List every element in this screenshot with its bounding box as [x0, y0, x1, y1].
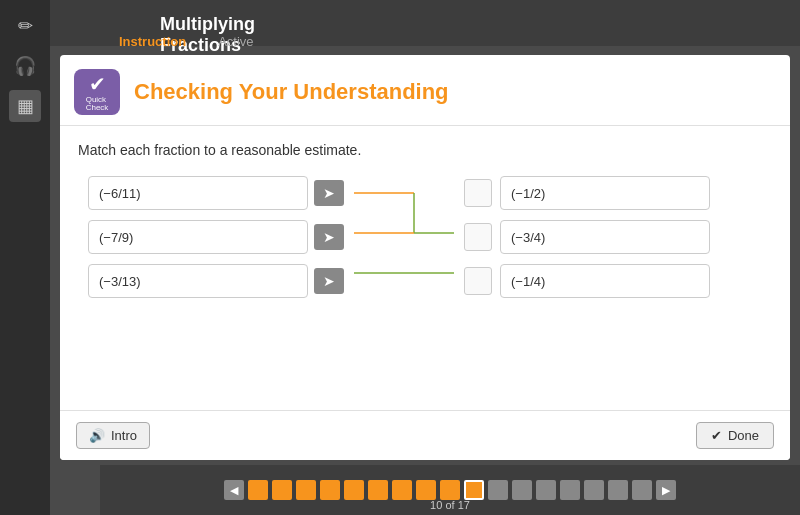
right-items: (−1/2) (−3/4) (−1/4) — [464, 176, 710, 298]
match-row-3: (−3/13) ➤ — [88, 264, 344, 298]
match-row-2: (−7/9) ➤ — [88, 220, 344, 254]
left-item-3[interactable]: (−3/13) — [88, 264, 308, 298]
quickcheck-header: ✔ QuickCheck Checking Your Understanding — [60, 55, 790, 126]
page-counter: 10 of 17 — [430, 499, 470, 511]
question-area: Match each fraction to a reasonable esti… — [60, 126, 790, 314]
quickcheck-icon-box: ✔ QuickCheck — [74, 69, 120, 115]
content-panel: ✔ QuickCheck Checking Your Understanding… — [60, 55, 790, 460]
nav-dot-9[interactable] — [440, 480, 460, 500]
nav-dot-6[interactable] — [368, 480, 388, 500]
tab-active[interactable]: Active — [204, 28, 267, 57]
nav-dot-1[interactable] — [248, 480, 268, 500]
main-area: Multiplying Fractions Instruction Active… — [50, 0, 800, 515]
quickcheck-label: QuickCheck — [86, 96, 109, 112]
nav-dot-8[interactable] — [416, 480, 436, 500]
left-items: (−6/11) ➤ (−7/9) ➤ (−3/13) — [88, 176, 344, 298]
nav-dot-16[interactable] — [608, 480, 628, 500]
nav-dot-4[interactable] — [320, 480, 340, 500]
nav-dot-14[interactable] — [560, 480, 580, 500]
quickcheck-title: Checking Your Understanding — [134, 79, 449, 105]
nav-dot-15[interactable] — [584, 480, 604, 500]
match-row-1: (−6/11) ➤ — [88, 176, 344, 210]
drop-box-2[interactable] — [464, 223, 492, 251]
right-match-row-2: (−3/4) — [464, 220, 710, 254]
connector-area — [354, 176, 454, 296]
nav-dot-10[interactable] — [464, 480, 484, 500]
arrow-btn-1[interactable]: ➤ — [314, 180, 344, 206]
nav-dot-11[interactable] — [488, 480, 508, 500]
nav-next-button[interactable]: ▶ — [656, 480, 676, 500]
connector-svg — [354, 176, 454, 296]
nav-prev-button[interactable]: ◀ — [224, 480, 244, 500]
right-match-row-1: (−1/2) — [464, 176, 710, 210]
matching-layout: (−6/11) ➤ (−7/9) ➤ (−3/13) — [78, 176, 772, 298]
nav-dot-12[interactable] — [512, 480, 532, 500]
nav-dot-5[interactable] — [344, 480, 364, 500]
headphone-icon[interactable]: 🎧 — [9, 50, 41, 82]
right-match-row-3: (−1/4) — [464, 264, 710, 298]
drop-box-1[interactable] — [464, 179, 492, 207]
nav-dot-2[interactable] — [272, 480, 292, 500]
tab-instruction[interactable]: Instruction — [105, 28, 200, 57]
arrow-btn-2[interactable]: ➤ — [314, 224, 344, 250]
intro-button[interactable]: 🔊 Intro — [76, 422, 150, 449]
calculator-icon[interactable]: ▦ — [9, 90, 41, 122]
right-item-2[interactable]: (−3/4) — [500, 220, 710, 254]
checkmark-icon: ✔ — [711, 428, 722, 443]
nav-dot-3[interactable] — [296, 480, 316, 500]
nav-dot-13[interactable] — [536, 480, 556, 500]
instruction-text: Match each fraction to a reasonable esti… — [78, 142, 772, 158]
left-item-2[interactable]: (−7/9) — [88, 220, 308, 254]
nav-bar: ◀ ▶ 10 of 17 — [100, 465, 800, 515]
drop-box-3[interactable] — [464, 267, 492, 295]
speaker-icon: 🔊 — [89, 428, 105, 443]
nav-dot-17[interactable] — [632, 480, 652, 500]
check-icon: ✔ — [89, 72, 106, 96]
done-button[interactable]: ✔ Done — [696, 422, 774, 449]
left-item-1[interactable]: (−6/11) — [88, 176, 308, 210]
right-item-3[interactable]: (−1/4) — [500, 264, 710, 298]
content-footer: 🔊 Intro ✔ Done — [60, 410, 790, 460]
pencil-icon[interactable]: ✏ — [9, 10, 41, 42]
sidebar: ✏ 🎧 ▦ — [0, 0, 50, 515]
arrow-btn-3[interactable]: ➤ — [314, 268, 344, 294]
nav-dot-7[interactable] — [392, 480, 412, 500]
right-item-1[interactable]: (−1/2) — [500, 176, 710, 210]
header-bar: Multiplying Fractions Instruction Active — [50, 0, 800, 46]
